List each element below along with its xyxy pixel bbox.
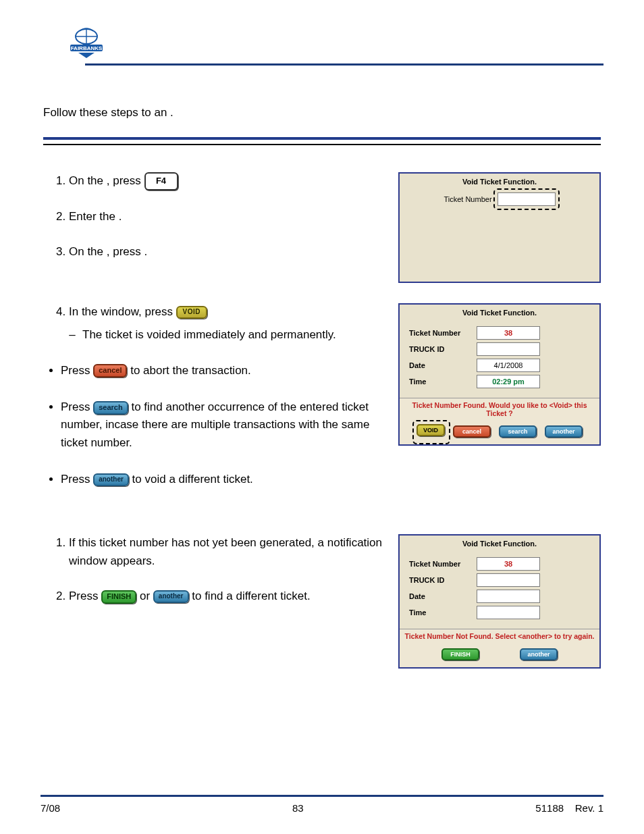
time-input[interactable] xyxy=(477,606,540,619)
notfound-step-1: If this ticket number has not yet been g… xyxy=(69,534,385,570)
text: Press xyxy=(69,590,101,602)
highlight-ring xyxy=(498,192,556,206)
ticket-number-input[interactable] xyxy=(498,192,556,206)
step-4: In the window, press VOID – The ticket i… xyxy=(69,303,385,344)
date-input[interactable] xyxy=(477,590,540,603)
brand-logo: FAIRBANKS xyxy=(66,27,107,61)
bullet-cancel: Press cancel to abort the transaction. xyxy=(61,362,385,380)
text: . xyxy=(119,210,122,223)
text: . xyxy=(170,106,173,119)
header-rule xyxy=(85,63,603,66)
step-3: On the , press . xyxy=(69,243,385,261)
section-divider xyxy=(43,137,601,145)
void-panel-found: Void Ticket Function. Ticket Number TRUC… xyxy=(398,303,601,446)
truck-id-input[interactable] xyxy=(477,573,540,587)
ticket-number-label: Ticket Number xyxy=(409,560,471,568)
search-button[interactable]: search xyxy=(93,401,128,415)
footer-doc: 51188 xyxy=(535,802,564,814)
ticket-number-label: Ticket Number xyxy=(444,195,491,203)
text: . xyxy=(144,245,148,258)
step-1: On the , press F4 xyxy=(69,172,385,190)
footer-rev: Rev. 1 xyxy=(575,802,603,814)
panel-cancel-button[interactable]: cancel xyxy=(453,425,491,438)
panel-another-button[interactable]: another xyxy=(520,648,558,660)
ticket-number-label: Ticket Number xyxy=(409,329,471,337)
void-panel-notfound: Void Ticket Function. Ticket Number TRUC… xyxy=(398,534,601,669)
text: Press xyxy=(61,364,93,377)
text: Press xyxy=(61,473,93,486)
text: In the xyxy=(69,305,101,318)
text: On the xyxy=(69,174,107,187)
text: Follow these steps to xyxy=(43,106,154,119)
panel-title: Void Ticket Function. xyxy=(400,305,599,321)
notfound-step-2: Press FINISH or another to find a differ… xyxy=(69,588,385,605)
step-4-note: The ticket is voided immediately and per… xyxy=(82,326,385,344)
another-button[interactable]: another xyxy=(93,473,129,486)
finish-button[interactable]: FINISH xyxy=(101,590,136,604)
text: , press xyxy=(107,245,144,258)
panel-another-button[interactable]: another xyxy=(545,425,583,438)
time-label: Time xyxy=(409,608,471,617)
text: or xyxy=(140,590,153,602)
truck-id-label: TRUCK ID xyxy=(409,345,471,353)
panel-search-button[interactable]: search xyxy=(499,425,537,438)
cancel-button[interactable]: cancel xyxy=(93,364,127,377)
svg-text:FAIRBANKS: FAIRBANKS xyxy=(71,45,103,51)
panel-title: Void Ticket Function. xyxy=(400,174,599,190)
text: On the xyxy=(69,245,107,258)
text: Enter the xyxy=(69,210,119,223)
truck-id-input[interactable] xyxy=(477,342,540,356)
panel-void-button[interactable]: VOID xyxy=(417,424,445,436)
date-input[interactable] xyxy=(477,359,540,372)
text: to abort the transaction. xyxy=(130,364,251,377)
text: , press xyxy=(107,174,144,187)
text: to find a different ticket. xyxy=(192,590,310,602)
panel-message: Ticket Number Found. Would you like to <… xyxy=(400,398,599,420)
truck-id-label: TRUCK ID xyxy=(409,576,471,584)
void-button[interactable]: VOID xyxy=(176,306,207,319)
time-input[interactable] xyxy=(477,375,540,388)
ticket-number-input[interactable] xyxy=(477,557,540,571)
ticket-number-input[interactable] xyxy=(477,326,540,340)
time-label: Time xyxy=(409,377,471,386)
dash: – xyxy=(68,326,77,344)
text: Press xyxy=(61,400,93,413)
date-label: Date xyxy=(409,361,471,369)
bullet-another: Press another to void a different ticket… xyxy=(61,471,385,488)
footer-date: 7/08 xyxy=(41,802,60,814)
page-footer: 7/08 83 51188 Rev. 1 xyxy=(41,795,603,814)
void-panel-entry: Void Ticket Function. Ticket Number xyxy=(398,172,601,283)
highlight-ring: VOID xyxy=(417,425,445,438)
footer-page: 83 xyxy=(292,802,304,814)
step-2: Enter the . xyxy=(69,208,385,226)
intro-text: Follow these steps to an . xyxy=(43,106,601,120)
another-button[interactable]: another xyxy=(153,590,189,603)
text: an xyxy=(154,106,170,119)
text: to void a different ticket. xyxy=(132,473,253,486)
panel-message: Ticket Number Not Found. Select <another… xyxy=(400,629,599,643)
f4-key[interactable]: F4 xyxy=(144,172,178,190)
panel-finish-button[interactable]: FINISH xyxy=(441,648,479,660)
panel-title: Void Ticket Function. xyxy=(400,536,599,552)
date-label: Date xyxy=(409,592,471,600)
text: window, press xyxy=(101,305,176,318)
bullet-search: Press search to find another occurrence … xyxy=(61,398,385,452)
